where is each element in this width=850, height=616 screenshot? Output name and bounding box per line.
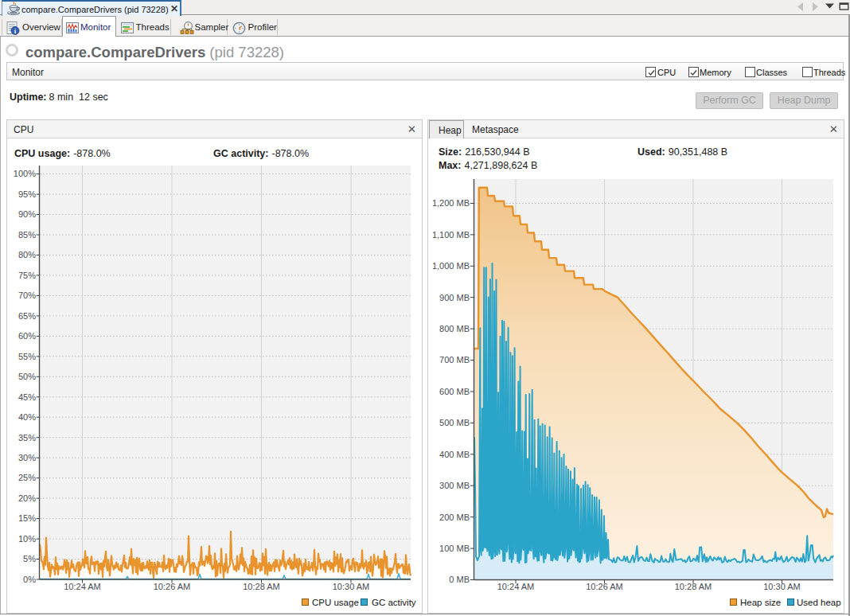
svg-text:95%: 95%	[18, 189, 36, 199]
svg-text:700 MB: 700 MB	[439, 355, 470, 365]
svg-text:100%: 100%	[14, 169, 36, 178]
svg-text:15%: 15%	[18, 513, 36, 523]
svg-text:50%: 50%	[18, 372, 36, 381]
svg-text:10:28 AM: 10:28 AM	[243, 582, 279, 591]
svg-text:0 MB: 0 MB	[449, 575, 470, 584]
svg-text:1,000 MB: 1,000 MB	[432, 261, 470, 271]
svg-text:900 MB: 900 MB	[439, 293, 470, 302]
svg-text:55%: 55%	[18, 352, 36, 361]
svg-text:0%: 0%	[23, 575, 36, 584]
svg-text:40%: 40%	[18, 412, 36, 422]
svg-text:45%: 45%	[18, 392, 36, 402]
svg-text:75%: 75%	[18, 271, 36, 280]
svg-text:70%: 70%	[18, 290, 36, 300]
svg-text:200 MB: 200 MB	[439, 513, 470, 522]
svg-text:35%: 35%	[18, 433, 36, 443]
svg-text:5%: 5%	[23, 554, 36, 563]
svg-text:60%: 60%	[18, 331, 36, 341]
svg-text:80%: 80%	[18, 250, 36, 259]
svg-text:100 MB: 100 MB	[439, 544, 470, 553]
svg-text:1,200 MB: 1,200 MB	[432, 198, 470, 208]
svg-text:65%: 65%	[18, 311, 36, 321]
svg-text:10:26 AM: 10:26 AM	[154, 582, 190, 591]
svg-text:10:30 AM: 10:30 AM	[333, 582, 369, 591]
svg-text:20%: 20%	[18, 493, 36, 503]
svg-text:30%: 30%	[18, 453, 36, 462]
svg-text:10:24 AM: 10:24 AM	[64, 582, 100, 591]
svg-text:800 MB: 800 MB	[439, 324, 470, 333]
svg-text:10%: 10%	[18, 534, 36, 544]
svg-text:85%: 85%	[18, 230, 36, 240]
svg-text:600 MB: 600 MB	[439, 387, 470, 396]
svg-text:500 MB: 500 MB	[439, 418, 470, 427]
svg-text:300 MB: 300 MB	[439, 481, 470, 490]
svg-text:25%: 25%	[18, 473, 36, 482]
svg-text:90%: 90%	[18, 209, 36, 219]
svg-text:1,100 MB: 1,100 MB	[432, 230, 470, 240]
svg-text:400 MB: 400 MB	[439, 450, 470, 459]
